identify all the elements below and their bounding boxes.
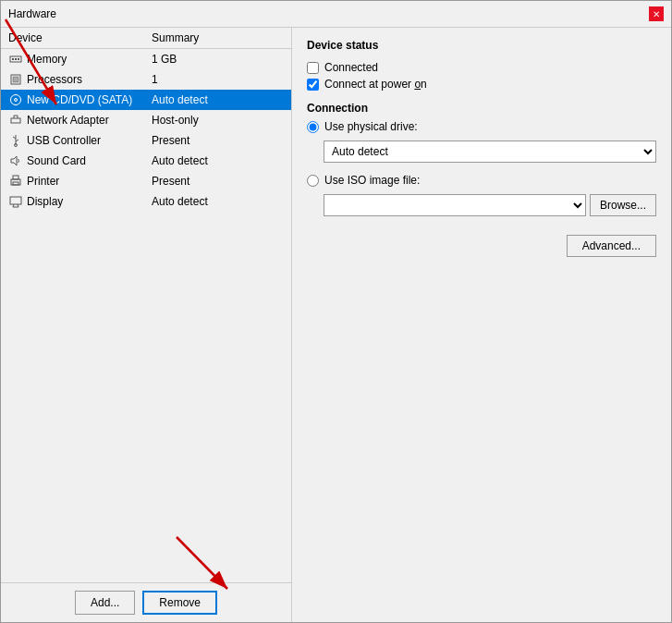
advanced-button[interactable]: Advanced... bbox=[567, 235, 656, 257]
device-status-section: Device status Connected Connect at power… bbox=[307, 39, 656, 91]
title-bar: Hardware ✕ bbox=[1, 1, 671, 28]
svg-rect-9 bbox=[11, 118, 20, 123]
cd-dvd-device-name: New CD/DVD (SATA) bbox=[27, 93, 152, 106]
usb-controller-icon bbox=[8, 133, 23, 148]
device-row-display[interactable]: Display Auto detect bbox=[1, 191, 291, 212]
advanced-row: Advanced... bbox=[307, 235, 656, 257]
device-row-usb-controller[interactable]: USB Controller Present bbox=[1, 130, 291, 151]
connection-title: Connection bbox=[307, 102, 656, 115]
connection-radio-group: Use physical drive: Auto detect Use ISO … bbox=[307, 120, 656, 216]
use-iso-radio[interactable] bbox=[307, 175, 319, 187]
svg-marker-17 bbox=[11, 156, 17, 165]
use-physical-drive-label: Use physical drive: bbox=[324, 120, 418, 133]
use-physical-drive-radio[interactable] bbox=[307, 121, 319, 133]
iso-file-row: Browse... bbox=[324, 194, 656, 216]
connected-checkbox[interactable] bbox=[307, 62, 319, 74]
table-header: Device Summary bbox=[1, 28, 291, 49]
device-row-memory[interactable]: Memory 1 GB bbox=[1, 49, 291, 69]
iso-file-select[interactable] bbox=[324, 194, 586, 216]
remove-button[interactable]: Remove bbox=[142, 591, 217, 615]
network-adapter-summary: Host-only bbox=[152, 114, 284, 127]
sound-card-device-name: Sound Card bbox=[27, 154, 152, 167]
close-button[interactable]: ✕ bbox=[649, 6, 664, 21]
use-iso-label: Use ISO image file: bbox=[324, 174, 420, 187]
usb-controller-device-name: USB Controller bbox=[27, 134, 152, 147]
connected-label: Connected bbox=[324, 61, 378, 74]
bottom-buttons: Add... Remove bbox=[1, 582, 291, 622]
device-row-cd-dvd[interactable]: New CD/DVD (SATA) Auto detect bbox=[1, 90, 291, 110]
memory-device-name: Memory bbox=[27, 53, 152, 66]
network-adapter-icon bbox=[8, 113, 23, 128]
cd-dvd-summary: Auto detect bbox=[152, 93, 284, 106]
sound-card-summary: Auto detect bbox=[152, 154, 284, 167]
connect-at-power-on-checkbox[interactable] bbox=[307, 79, 319, 91]
display-summary: Auto detect bbox=[152, 195, 284, 208]
use-iso-row: Use ISO image file: bbox=[307, 174, 656, 187]
device-row-processors[interactable]: Processors 1 bbox=[1, 69, 291, 90]
device-row-sound-card[interactable]: Sound Card Auto detect bbox=[1, 151, 291, 171]
main-content: Device Summary Memory 1 GB Process bbox=[1, 28, 671, 622]
processor-icon bbox=[8, 72, 23, 87]
svg-rect-1 bbox=[12, 58, 14, 60]
svg-rect-21 bbox=[10, 197, 21, 204]
memory-summary: 1 GB bbox=[152, 53, 284, 66]
add-button[interactable]: Add... bbox=[75, 591, 135, 615]
use-physical-drive-row: Use physical drive: bbox=[307, 120, 656, 133]
window-title: Hardware bbox=[8, 7, 56, 20]
display-icon bbox=[8, 194, 23, 209]
device-table: Device Summary Memory 1 GB Process bbox=[1, 28, 291, 582]
svg-rect-3 bbox=[18, 58, 19, 60]
device-status-title: Device status bbox=[307, 39, 656, 52]
network-adapter-device-name: Network Adapter bbox=[27, 114, 152, 127]
printer-device-name: Printer bbox=[27, 175, 152, 188]
summary-column-header: Summary bbox=[152, 31, 284, 44]
svg-rect-19 bbox=[13, 176, 18, 179]
right-panel: Device status Connected Connect at power… bbox=[292, 28, 671, 622]
usb-controller-summary: Present bbox=[152, 134, 284, 147]
display-device-name: Display bbox=[27, 195, 152, 208]
processors-summary: 1 bbox=[152, 73, 284, 86]
device-row-network-adapter[interactable]: Network Adapter Host-only bbox=[1, 110, 291, 130]
printer-summary: Present bbox=[152, 175, 284, 188]
hardware-window: Hardware ✕ Device Summary Memory 1 GB bbox=[0, 0, 672, 623]
connected-row: Connected bbox=[307, 61, 656, 74]
printer-icon bbox=[8, 174, 23, 189]
processors-device-name: Processors bbox=[27, 73, 152, 86]
sound-card-icon bbox=[8, 153, 23, 168]
svg-rect-20 bbox=[13, 182, 18, 185]
left-panel: Device Summary Memory 1 GB Process bbox=[1, 28, 292, 622]
svg-point-8 bbox=[16, 100, 17, 101]
memory-icon bbox=[8, 52, 23, 67]
cd-dvd-icon bbox=[8, 92, 23, 107]
connection-section: Connection Use physical drive: Auto dete… bbox=[307, 102, 656, 224]
physical-drive-select[interactable]: Auto detect bbox=[324, 140, 656, 163]
connect-at-power-on-row: Connect at power on bbox=[307, 78, 656, 91]
connect-at-power-on-label: Connect at power on bbox=[324, 78, 427, 91]
svg-rect-5 bbox=[13, 77, 18, 82]
svg-rect-2 bbox=[15, 58, 17, 60]
browse-button[interactable]: Browse... bbox=[590, 194, 656, 216]
auto-detect-dropdown-row: Auto detect bbox=[324, 140, 656, 163]
device-column-header: Device bbox=[8, 31, 152, 44]
device-row-printer[interactable]: Printer Present bbox=[1, 171, 291, 191]
